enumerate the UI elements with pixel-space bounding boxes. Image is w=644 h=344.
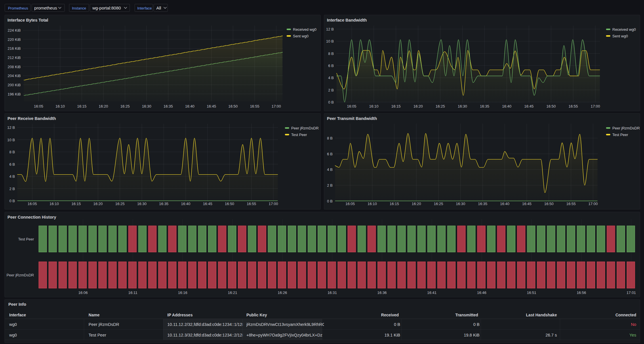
svg-text:16:50: 16:50	[544, 202, 554, 206]
svg-text:Received: Received	[381, 313, 399, 317]
svg-text:16:10: 16:10	[49, 202, 59, 206]
svg-text:Test Peer: Test Peer	[291, 133, 307, 137]
svg-text:16:06: 16:06	[78, 291, 88, 295]
svg-text:19.8 KiB: 19.8 KiB	[464, 333, 480, 337]
svg-text:Interface: Interface	[137, 6, 152, 10]
svg-text:26.7 s: 26.7 s	[546, 333, 557, 337]
svg-text:16:35: 16:35	[159, 202, 169, 206]
svg-text:204 KiB: 204 KiB	[7, 74, 21, 78]
svg-text:Prometheus: Prometheus	[8, 6, 28, 10]
svg-text:216 KiB: 216 KiB	[7, 46, 21, 51]
svg-text:16:41: 16:41	[427, 291, 437, 295]
svg-text:16:15: 16:15	[390, 202, 399, 206]
svg-text:Transmitted: Transmitted	[455, 313, 478, 317]
svg-text:16:15: 16:15	[71, 202, 81, 206]
svg-text:220 KiB: 220 KiB	[7, 37, 21, 42]
svg-text:17:00: 17:00	[591, 104, 600, 108]
svg-text:Interface Bandwidth: Interface Bandwidth	[327, 18, 367, 22]
svg-text:16:56: 16:56	[577, 291, 586, 295]
svg-text:8 B: 8 B	[328, 51, 334, 56]
svg-text:Peer Receive Bandwidth: Peer Receive Bandwidth	[7, 116, 56, 121]
svg-text:16:30: 16:30	[458, 104, 467, 108]
svg-text:16:45: 16:45	[522, 202, 531, 206]
svg-text:16:30: 16:30	[137, 202, 147, 206]
svg-text:16:40: 16:40	[181, 202, 190, 206]
svg-text:12 B: 12 B	[326, 27, 334, 31]
svg-text:Peer Info: Peer Info	[8, 302, 26, 307]
svg-text:Interface Bytes Total: Interface Bytes Total	[7, 18, 48, 22]
svg-text:6 B: 6 B	[328, 64, 334, 68]
svg-text:16:55: 16:55	[566, 202, 576, 206]
svg-text:Last Handshake: Last Handshake	[526, 313, 557, 317]
svg-text:19.1 KiB: 19.1 KiB	[384, 333, 400, 337]
svg-text:16:25: 16:25	[436, 104, 445, 108]
svg-text:16:16: 16:16	[178, 291, 188, 295]
svg-text:0 B: 0 B	[327, 199, 333, 203]
svg-text:16:50: 16:50	[225, 202, 234, 206]
svg-text:Instance: Instance	[72, 6, 86, 10]
svg-text:Received wg0: Received wg0	[612, 27, 636, 32]
svg-text:16:25: 16:25	[434, 202, 443, 206]
svg-text:16:15: 16:15	[77, 104, 87, 108]
svg-text:0 B: 0 B	[9, 199, 15, 203]
svg-text:Received wg0: Received wg0	[293, 27, 317, 32]
svg-text:jRzmDsDRVnwCt13vsyamXherk9L9Rh: jRzmDsDRVnwCt13vsyamXherk9L9RhRC	[246, 322, 325, 327]
svg-text:Connected: Connected	[616, 313, 636, 317]
svg-text:16:20: 16:20	[412, 202, 421, 206]
svg-text:16:55: 16:55	[569, 104, 578, 108]
svg-text:Sent wg0: Sent wg0	[293, 34, 308, 38]
svg-text:10 B: 10 B	[7, 138, 15, 142]
svg-text:6 B: 6 B	[9, 162, 15, 167]
svg-text:Yes: Yes	[629, 333, 636, 337]
svg-text:16:05: 16:05	[347, 104, 357, 108]
svg-text:16:55: 16:55	[247, 202, 256, 206]
svg-text:+8he+pyWH7Oa9g2FVjIxQzy04brLX+: +8he+pyWH7Oa9g2FVjIxQzy04brLX+Dz	[246, 333, 322, 337]
svg-text:16:30: 16:30	[142, 104, 151, 108]
svg-text:Test Peer: Test Peer	[612, 133, 628, 137]
svg-text:224 KiB: 224 KiB	[7, 28, 21, 33]
svg-text:16:31: 16:31	[327, 291, 337, 295]
svg-text:16:10: 16:10	[56, 104, 65, 108]
svg-text:Name: Name	[89, 313, 100, 317]
svg-text:6 B: 6 B	[327, 152, 333, 156]
svg-text:4 B: 4 B	[327, 167, 333, 172]
svg-text:All: All	[156, 5, 161, 10]
svg-text:Interface: Interface	[9, 313, 26, 317]
svg-text:16:20: 16:20	[99, 104, 108, 108]
svg-text:200 KiB: 200 KiB	[7, 83, 21, 87]
svg-text:2 B: 2 B	[328, 88, 334, 92]
svg-text:0 B: 0 B	[394, 322, 400, 327]
svg-text:16:45: 16:45	[207, 104, 216, 108]
svg-text:16:50: 16:50	[228, 104, 238, 108]
svg-text:16:51: 16:51	[527, 291, 536, 295]
svg-text:10.11.12.3/32,fdfd:d3ad:c0de:1: 10.11.12.3/32,fdfd:d3ad:c0de:1234::2/128	[167, 333, 245, 337]
svg-text:4 B: 4 B	[9, 174, 15, 179]
svg-text:Public Key: Public Key	[246, 313, 267, 317]
svg-text:16:05: 16:05	[345, 202, 355, 206]
svg-text:16:50: 16:50	[546, 104, 556, 108]
svg-text:Test Peer: Test Peer	[18, 237, 34, 241]
svg-text:2 B: 2 B	[327, 183, 333, 188]
svg-text:Peer jRzmDsDR: Peer jRzmDsDR	[291, 126, 319, 130]
svg-text:prometheus: prometheus	[34, 5, 57, 10]
svg-text:Peer Connection History: Peer Connection History	[7, 215, 56, 219]
svg-text:16:35: 16:35	[478, 202, 487, 206]
svg-text:0 B: 0 B	[473, 322, 480, 327]
svg-text:Peer jRzmDsDR: Peer jRzmDsDR	[612, 126, 640, 130]
svg-text:16:15: 16:15	[391, 104, 401, 108]
svg-text:2 B: 2 B	[9, 187, 15, 191]
svg-text:8 B: 8 B	[327, 136, 333, 140]
svg-text:16:20: 16:20	[414, 104, 423, 108]
svg-text:0 B: 0 B	[328, 100, 334, 104]
svg-text:16:11: 16:11	[128, 291, 138, 295]
svg-text:17:00: 17:00	[269, 202, 278, 206]
svg-text:16:10: 16:10	[367, 202, 377, 206]
svg-text:16:40: 16:40	[502, 104, 512, 108]
svg-text:16:25: 16:25	[115, 202, 125, 206]
svg-text:17:00: 17:00	[272, 104, 281, 108]
svg-text:17:01: 17:01	[626, 291, 636, 295]
svg-text:wg0: wg0	[9, 322, 17, 327]
svg-text:Peer Transmit Bandwidth: Peer Transmit Bandwidth	[327, 116, 377, 121]
svg-text:16:20: 16:20	[93, 202, 103, 206]
svg-text:16:05: 16:05	[28, 202, 37, 206]
